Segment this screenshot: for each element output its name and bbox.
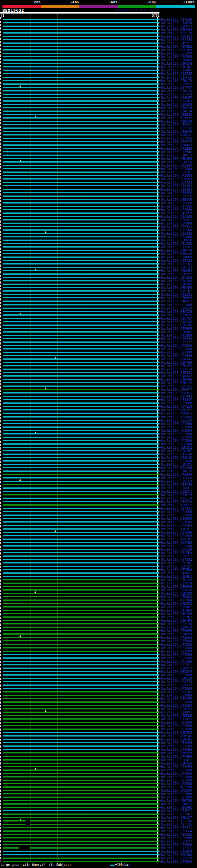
alignment-bar[interactable] [3,678,158,679]
hit-label[interactable]: UniRef100_Q9SZJ5 [161,72,197,75]
alignment-row[interactable]: UniRef100_C3Y126 [0,195,197,198]
alignment-bar[interactable] [3,379,158,380]
alignment-bar[interactable] [3,145,158,146]
alignment-bar[interactable] [3,589,158,591]
alignment-row[interactable]: UniRef100_C4R8C2 [0,300,197,303]
alignment-bar[interactable] [3,749,158,750]
alignment-row[interactable]: UniRef100_P50431 [0,758,197,762]
hit-label[interactable]: UniRef100_Q6FQ44 [161,545,197,548]
alignment-bar[interactable] [3,480,158,482]
alignment-row[interactable]: UniRef100_B6T7Q7 [0,86,197,89]
alignment-bar[interactable] [3,392,158,394]
alignment-bar[interactable] [3,756,158,757]
alignment-bar[interactable] [3,385,158,387]
hit-label[interactable]: UniRef100_A0BLK1 [161,537,197,541]
alignment-bar[interactable] [3,474,158,475]
alignment-bar[interactable] [3,454,158,455]
alignment-row[interactable]: UniRef100_C9SQ14 [0,307,197,310]
alignment-bar[interactable] [3,752,158,753]
alignment-row[interactable]: UniRef100_UPI000.. [0,643,197,646]
alignment-bar[interactable] [3,610,158,611]
alignment-bar[interactable] [3,644,158,645]
alignment-bar[interactable] [3,100,158,102]
alignment-bar[interactable] [3,501,158,502]
alignment-bar[interactable] [3,803,158,805]
alignment-bar[interactable] [3,165,158,166]
alignment-bar[interactable] [3,579,158,581]
hit-label[interactable]: UniRef100_UPI000.. [161,656,197,660]
alignment-row[interactable]: UniRef100_B8M1C0 [0,762,197,765]
alignment-bar[interactable] [3,233,158,234]
alignment-bar[interactable] [3,151,158,152]
alignment-bar[interactable] [3,827,158,828]
alignment-bar[interactable] [3,389,158,390]
alignment-bar[interactable] [3,97,158,98]
alignment-bar[interactable] [3,396,158,397]
hit-label[interactable]: UniRef100_Q6BQC6 [161,198,197,202]
alignment-row[interactable]: UniRef100_A1DG93 [0,320,197,323]
alignment-bar[interactable] [3,341,158,343]
alignment-bar[interactable] [3,521,158,523]
alignment-bar[interactable] [3,654,158,655]
alignment-bar[interactable] [3,627,158,628]
alignment-bar[interactable] [3,19,158,20]
alignment-row[interactable]: UniRef100_UPI000.. [0,650,197,653]
alignment-bar[interactable] [3,290,158,291]
alignment-bar[interactable] [3,684,158,686]
alignment-bar[interactable] [3,770,158,771]
alignment-bar[interactable] [3,776,158,777]
alignment-bar[interactable] [3,460,158,462]
alignment-bar[interactable] [3,633,158,634]
alignment-row[interactable]: UniRef100_Q8W524 [0,89,197,93]
alignment-bar[interactable] [3,352,158,353]
alignment-bar[interactable] [3,681,158,682]
alignment-bar[interactable] [3,22,158,23]
hit-label[interactable]: UniRef100_A7NUI3 [161,79,197,83]
alignment-row[interactable]: UniRef100_UPI000.. [0,653,197,656]
alignment-bar[interactable] [3,209,158,210]
hit-label[interactable]: UniRef100_UPI000.. [161,432,197,436]
alignment-bar[interactable] [3,256,158,258]
hit-label[interactable]: UniRef100_B0XW76 [161,313,197,317]
alignment-bar[interactable] [3,616,158,618]
alignment-bar[interactable] [3,511,158,513]
alignment-row[interactable]: UniRef100_B6QQZ0 [0,310,197,313]
alignment-bar[interactable] [3,790,158,791]
hit-label[interactable]: UniRef100_C4R8C2 [161,300,197,303]
alignment-row[interactable]: UniRef100_B6JYU6 [0,415,197,419]
alignment-bar[interactable] [3,26,158,27]
alignment-bar[interactable] [3,542,158,543]
alignment-bar[interactable] [3,406,158,407]
alignment-bar[interactable] [3,348,158,349]
alignment-bar[interactable] [3,80,158,81]
alignment-bar[interactable] [3,437,158,438]
alignment-bar[interactable] [3,338,158,339]
alignment-bar[interactable] [3,213,158,214]
hit-label[interactable]: UniRef100_C7YPE3 [161,765,197,769]
alignment-bar[interactable] [3,698,158,699]
alignment-bar[interactable] [3,107,158,108]
alignment-row[interactable]: UniRef100_C7YPE3 [0,765,197,769]
alignment-bar[interactable] [3,549,158,550]
alignment-bar[interactable] [3,745,158,747]
alignment-bar[interactable] [3,134,158,135]
hit-label[interactable]: UniRef100_A3LY87 [161,317,197,320]
alignment-bar[interactable] [3,715,158,716]
alignment-bar[interactable] [3,121,158,122]
alignment-bar[interactable] [3,84,158,85]
hit-label[interactable]: UniRef100_Q0CXN6 [161,541,197,545]
alignment-row[interactable]: UniRef100_A5E6C0 [0,419,197,422]
alignment-row[interactable]: UniRef100_B7FQ66 [0,660,197,663]
alignment-bar[interactable] [3,365,158,366]
alignment-bar[interactable] [3,250,158,251]
alignment-bar[interactable] [3,586,158,587]
hit-label[interactable]: UniRef100_Q6FUP6 [161,531,197,534]
alignment-bar[interactable] [3,651,158,652]
alignment-bar[interactable] [3,780,158,781]
hit-label[interactable]: UniRef100_UPI000.. [161,860,197,863]
alignment-bar[interactable] [3,158,158,159]
alignment-row[interactable]: UniRef100_Q10104 [0,184,197,188]
alignment-bar[interactable] [3,606,158,608]
alignment-row[interactable]: UniRef100_UPI000.. [0,646,197,650]
alignment-bar[interactable] [3,732,158,733]
